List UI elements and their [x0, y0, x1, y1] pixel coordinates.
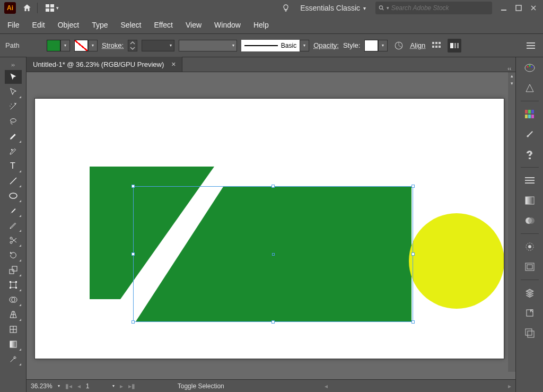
stroke-label[interactable]: Stroke:: [102, 41, 124, 49]
tool-type[interactable]: T: [5, 159, 22, 173]
stroke-weight-stepper[interactable]: [128, 40, 137, 51]
variable-width-combo[interactable]: ▾: [179, 40, 237, 51]
document-tab[interactable]: Untitled-1* @ 36.23% (RGB/GPU Preview) ×: [27, 57, 182, 72]
tool-direct-selection[interactable]: [5, 85, 22, 99]
tool-eraser[interactable]: [5, 233, 22, 247]
selection-handle[interactable]: [272, 185, 275, 188]
shape-yellow-circle[interactable]: [409, 213, 504, 309]
menu-effect[interactable]: Effect: [154, 21, 173, 29]
tool-shape-builder[interactable]: [5, 293, 22, 307]
window-close[interactable]: [526, 2, 541, 14]
vertical-scrollbar[interactable]: ▴ ▾: [508, 72, 515, 372]
chevron-down-icon[interactable]: ▾: [58, 384, 60, 388]
panel-stroke[interactable]: [522, 173, 538, 188]
panel-asset-export[interactable]: [522, 306, 538, 320]
align-label[interactable]: Align: [410, 41, 425, 49]
divider: [37, 3, 38, 13]
right-panel-collapse[interactable]: ‹‹: [503, 66, 515, 72]
scroll-down[interactable]: ▾: [508, 80, 515, 87]
zoom-level[interactable]: 36.23%: [31, 382, 52, 390]
menu-help[interactable]: Help: [253, 21, 269, 29]
selection-handle[interactable]: [411, 320, 415, 324]
control-menu-button[interactable]: [524, 39, 538, 53]
menu-view[interactable]: View: [186, 21, 202, 29]
hscroll-left[interactable]: ◂: [325, 382, 328, 390]
tool-gradient[interactable]: [5, 337, 22, 351]
stroke-weight-combo[interactable]: ▾: [142, 40, 174, 51]
recolor-artwork-button[interactable]: [392, 39, 406, 53]
tool-pencil[interactable]: [5, 219, 22, 232]
menu-window[interactable]: Window: [214, 21, 241, 29]
home-button[interactable]: [18, 1, 36, 15]
search-stock[interactable]: ▾: [375, 2, 492, 14]
panel-artboards[interactable]: [522, 326, 538, 341]
chevron-down-icon[interactable]: ▾: [112, 384, 115, 388]
panel-symbols[interactable]: [522, 147, 538, 162]
brush-definition[interactable]: Basic: [241, 40, 300, 51]
tool-eyedropper[interactable]: [5, 352, 22, 366]
menu-edit[interactable]: Edit: [32, 21, 45, 29]
tool-scale[interactable]: [5, 263, 22, 277]
window-maximize[interactable]: [511, 2, 526, 14]
canvas[interactable]: ▴ ▾: [27, 72, 515, 379]
stroke-swatch[interactable]: [74, 40, 88, 51]
style-dropdown[interactable]: ▾: [378, 40, 388, 51]
workspace-switcher[interactable]: Essentials Classic ▾: [295, 1, 371, 15]
nav-next[interactable]: ▸: [120, 382, 123, 390]
panel-color-guide[interactable]: [522, 81, 538, 95]
stroke-dropdown[interactable]: ▾: [88, 40, 98, 51]
menu-type[interactable]: Type: [92, 21, 108, 29]
tool-line[interactable]: [5, 174, 22, 188]
selection-center[interactable]: [272, 253, 275, 256]
opacity-label[interactable]: Opacity:: [313, 41, 339, 49]
menu-select[interactable]: Select: [121, 21, 142, 29]
panel-color[interactable]: [522, 60, 538, 75]
panel-gradient[interactable]: [522, 193, 538, 208]
selection-handle[interactable]: [132, 252, 135, 256]
wand-icon: [9, 102, 17, 111]
panel-appearance[interactable]: [522, 239, 538, 254]
isolation-button[interactable]: [448, 39, 461, 53]
panel-brushes[interactable]: [522, 127, 538, 142]
artboard[interactable]: [35, 99, 504, 359]
panel-layers[interactable]: [522, 285, 538, 300]
tool-selection[interactable]: [5, 70, 22, 84]
selection-handle[interactable]: [132, 185, 135, 188]
tool-lasso[interactable]: [5, 115, 22, 128]
tab-close-button[interactable]: ×: [171, 60, 176, 68]
tool-rotate[interactable]: [5, 248, 22, 262]
tool-curvature[interactable]: [5, 144, 22, 158]
selection-handle[interactable]: [411, 185, 415, 188]
artboard-number[interactable]: 1: [86, 382, 107, 390]
selection-handle[interactable]: [132, 320, 135, 324]
selection-handle[interactable]: [272, 320, 275, 324]
menu-object[interactable]: Object: [58, 21, 79, 29]
tools-expand[interactable]: ››: [0, 60, 26, 69]
align-panel-button[interactable]: [430, 39, 443, 53]
nav-first[interactable]: ▮◂: [65, 382, 72, 390]
nav-prev[interactable]: ◂: [77, 382, 81, 390]
panel-swatches[interactable]: [522, 107, 538, 121]
panel-graphic-styles[interactable]: [522, 259, 538, 274]
tool-brush[interactable]: [5, 204, 22, 217]
tool-magic-wand[interactable]: [5, 100, 22, 114]
tool-mesh[interactable]: [5, 323, 22, 336]
search-help-button[interactable]: [277, 1, 295, 15]
arrange-documents-button[interactable]: ▾: [39, 1, 65, 15]
window-minimize[interactable]: [496, 2, 511, 14]
tool-ellipse[interactable]: [5, 189, 22, 203]
menu-file[interactable]: File: [7, 21, 20, 29]
tool-perspective[interactable]: [5, 308, 22, 321]
nav-last[interactable]: ▸▮: [128, 382, 135, 390]
tool-pen[interactable]: [5, 129, 22, 143]
tool-free-transform[interactable]: [5, 278, 22, 292]
style-swatch[interactable]: [364, 40, 378, 51]
hscroll-right[interactable]: ▸: [508, 382, 511, 390]
scroll-up[interactable]: ▴: [508, 72, 515, 80]
panel-transparency[interactable]: [522, 213, 538, 228]
brush-dropdown[interactable]: ▾: [300, 40, 309, 51]
fill-swatch[interactable]: [47, 40, 60, 51]
selection-handle[interactable]: [411, 252, 415, 256]
fill-dropdown[interactable]: ▾: [60, 40, 70, 51]
search-stock-input[interactable]: [391, 4, 489, 12]
